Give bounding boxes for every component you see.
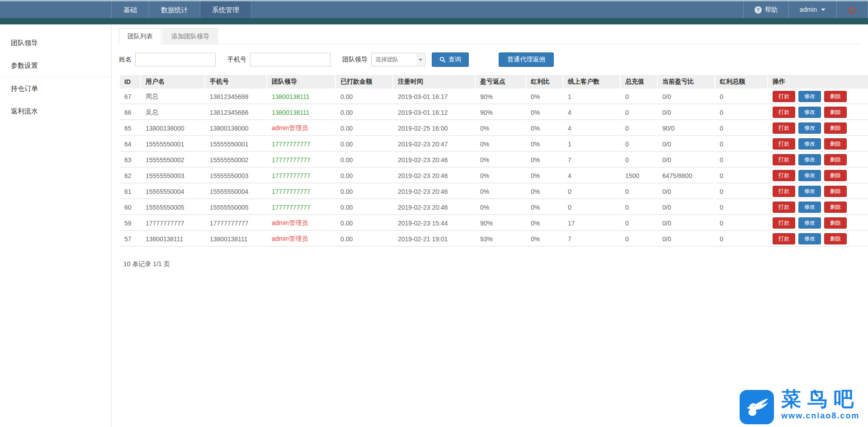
cell-paid: 0.00 <box>336 184 392 199</box>
team-select[interactable]: 选择团队 <box>371 53 425 66</box>
action-button-0[interactable]: 打款 <box>773 233 795 245</box>
record-summary: 10 条记录 1/1 页 <box>119 260 861 268</box>
column-header-10: 当前盈亏比 <box>658 75 714 89</box>
sidebar-item-0[interactable]: 团队领导 <box>0 32 111 54</box>
action-button-2[interactable]: 删除 <box>824 170 847 182</box>
sidebar: 团队领导参数设置持仓订单返利流水 <box>0 24 112 427</box>
sidebar-item-3[interactable]: 返利流水 <box>0 100 111 122</box>
cell-total_recharge: 0 <box>621 153 657 168</box>
action-button-0[interactable]: 打款 <box>773 122 795 134</box>
name-filter-input[interactable] <box>135 53 216 66</box>
action-button-0[interactable]: 打款 <box>773 138 795 150</box>
cell-reg_time: 2019-03-01 16:12 <box>393 105 475 120</box>
cell-online_customers: 4 <box>563 121 620 136</box>
action-button-0[interactable]: 打款 <box>773 202 795 213</box>
action-button-1[interactable]: 修改 <box>798 170 821 182</box>
cell-actions: 打款修改删除 <box>768 232 868 247</box>
cell-current_pl: 0/0 <box>658 89 714 104</box>
logout-button[interactable] <box>836 1 868 18</box>
action-button-2[interactable]: 删除 <box>824 154 847 166</box>
sidebar-item-1[interactable]: 参数设置 <box>0 54 111 77</box>
cell-pl_rebate: 93% <box>476 232 525 247</box>
action-button-0[interactable]: 打款 <box>773 170 795 182</box>
action-button-0[interactable]: 打款 <box>773 154 795 166</box>
column-header-7: 红利比 <box>526 75 562 89</box>
cell-bonus_ratio: 0% <box>526 169 562 183</box>
table-row: 67周总13812345688138001381110.002019-03-01… <box>120 89 868 104</box>
cell-online_customers: 0 <box>563 200 620 215</box>
team-table: ID用户名手机号团队领导已打款金额注册时间盈亏返点红利比线上客户数总充值当前盈亏… <box>119 74 868 248</box>
cell-phone: 15555550005 <box>205 200 266 215</box>
action-button-0[interactable]: 打款 <box>773 217 795 229</box>
cniao-logo-icon <box>740 390 774 424</box>
table-row: 631555555000215555550002177777777770.002… <box>120 153 868 168</box>
cell-leader: admin管理员 <box>267 216 335 231</box>
action-button-1[interactable]: 修改 <box>798 91 821 103</box>
cell-actions: 打款修改删除 <box>768 137 868 152</box>
cell-total_recharge: 0 <box>621 184 657 199</box>
cell-paid: 0.00 <box>336 137 392 152</box>
action-button-1[interactable]: 修改 <box>798 138 821 150</box>
cell-leader: 17777777777 <box>267 200 335 215</box>
phone-filter-input[interactable] <box>250 53 330 66</box>
leader-filter-label: 团队领导 <box>342 56 368 64</box>
nav-item-2[interactable]: 系统管理 <box>200 1 251 18</box>
tab-bar: 团队列表 添加团队领导 <box>119 28 861 44</box>
cell-id: 66 <box>120 105 140 120</box>
action-button-1[interactable]: 修改 <box>798 202 821 213</box>
action-button-1[interactable]: 修改 <box>798 154 821 166</box>
cell-online_customers: 7 <box>563 153 620 168</box>
action-button-2[interactable]: 删除 <box>824 91 847 103</box>
tab-team-list[interactable]: 团队列表 <box>119 28 161 44</box>
cell-paid: 0.00 <box>336 153 392 168</box>
cell-bonus_ratio: 0% <box>526 153 562 168</box>
cell-username: 17777777777 <box>141 216 204 231</box>
cell-id: 63 <box>120 153 140 168</box>
cell-online_customers: 1 <box>563 137 620 152</box>
cell-username: 周总 <box>141 89 204 104</box>
user-dropdown[interactable]: admin <box>788 1 836 18</box>
action-button-0[interactable]: 打款 <box>773 91 795 103</box>
cell-total_recharge: 0 <box>621 216 657 231</box>
action-button-2[interactable]: 删除 <box>824 186 847 197</box>
action-button-2[interactable]: 删除 <box>824 107 847 118</box>
cell-phone: 17777777777 <box>205 216 266 231</box>
action-button-0[interactable]: 打款 <box>773 107 795 118</box>
cell-reg_time: 2019-02-23 20:46 <box>393 153 475 168</box>
tab-add-team-leader[interactable]: 添加团队领导 <box>163 28 218 44</box>
sidebar-item-2[interactable]: 持仓订单 <box>0 77 111 100</box>
cell-actions: 打款修改删除 <box>768 169 868 183</box>
cell-total_recharge: 0 <box>621 121 657 136</box>
action-button-1[interactable]: 修改 <box>798 217 821 229</box>
action-button-1[interactable]: 修改 <box>798 233 821 245</box>
action-button-1[interactable]: 修改 <box>798 107 821 118</box>
cell-current_pl: 0/0 <box>658 216 714 231</box>
cell-pl_rebate: 90% <box>476 105 525 120</box>
search-button[interactable]: 查询 <box>432 52 469 67</box>
action-button-1[interactable]: 修改 <box>798 186 821 197</box>
nav-item-0[interactable]: 基础 <box>112 1 149 18</box>
column-header-5: 注册时间 <box>393 75 475 89</box>
nav-item-1[interactable]: 数据统计 <box>149 1 200 18</box>
cell-bonus_total: 0 <box>715 169 767 183</box>
help-menu-item[interactable]: 帮助 <box>743 1 788 18</box>
action-button-2[interactable]: 删除 <box>824 217 847 229</box>
cell-leader: 17777777777 <box>267 169 335 183</box>
cell-bonus_ratio: 0% <box>526 105 562 120</box>
cell-reg_time: 2019-02-23 20:46 <box>393 200 475 215</box>
agent-rebate-button[interactable]: 普通代理返佣 <box>499 52 554 67</box>
action-button-0[interactable]: 打款 <box>773 186 795 197</box>
action-button-2[interactable]: 删除 <box>824 233 847 245</box>
cell-phone: 13812345666 <box>205 105 266 120</box>
action-button-2[interactable]: 删除 <box>824 138 847 150</box>
action-button-2[interactable]: 删除 <box>824 202 847 213</box>
cell-phone: 13812345688 <box>205 89 266 104</box>
cell-leader: 13800138111 <box>267 89 335 104</box>
action-button-1[interactable]: 修改 <box>798 122 821 134</box>
cell-bonus_total: 0 <box>715 184 767 199</box>
cell-bonus_ratio: 0% <box>526 216 562 231</box>
action-button-2[interactable]: 删除 <box>824 122 847 134</box>
cell-total_recharge: 0 <box>621 232 657 247</box>
cell-pl_rebate: 90% <box>476 89 525 104</box>
cell-paid: 0.00 <box>336 200 392 215</box>
